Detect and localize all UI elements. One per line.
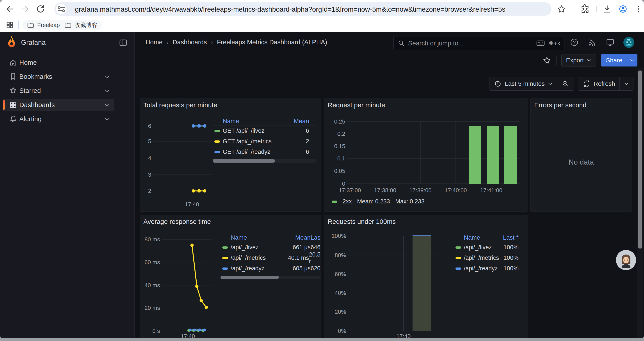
series-name[interactable]: /api/_/livez [230,244,259,251]
grafana-app: Grafana Home Bookmarks Starred Dashboar [0,32,644,338]
series-name[interactable]: /api/_/livez [464,244,492,251]
bookmarks-separator [18,21,19,29]
dock-sidebar-icon[interactable] [118,38,128,48]
profile-avatar-icon [618,4,628,14]
header-icons: ? [570,32,634,53]
floating-assistant-avatar[interactable] [616,250,636,270]
series-name[interactable]: /api/_/readyz [230,265,264,272]
bookmark-page-button[interactable] [557,4,566,14]
series-swatch-icon [456,246,461,249]
downloads-button[interactable] [602,4,612,14]
legend-table: NameMeanGET /api/_/livez6GET /api/_/metr… [212,117,316,163]
share-button[interactable]: Share [601,54,638,67]
brand-row: Grafana [0,32,134,53]
search-input[interactable]: Search or jump to... ⌘+k [394,36,564,50]
breadcrumb-dashboards[interactable]: Dashboards [172,39,207,46]
sidebar-item-dashboards[interactable]: Dashboards [3,99,114,111]
site-settings-chip[interactable] [56,4,67,14]
series-swatch-icon [222,267,228,270]
address-bar[interactable]: grafana.mathmast.com/d/deytv4rwavabkb/fr… [54,3,552,16]
no-data-message: No data [531,158,632,166]
legend-row: GET /api/_/readyz6 [212,147,316,157]
chevron-down-icon[interactable] [104,89,110,93]
favorite-star-icon[interactable] [542,56,552,65]
grafana-main: Home › Dashboards › Freeleaps Metrics Da… [134,32,644,338]
sidebar-item-alerting[interactable]: Alerting [3,113,114,125]
browser-toolbar: grafana.mathmast.com/d/deytv4rwavabkb/fr… [0,0,644,18]
profile-button[interactable] [618,4,628,14]
search-shortcut: ⌘+k [548,40,560,47]
legend-column-header[interactable]: Name [220,234,285,241]
legend-table: NameLast */api/_/livez100%/api/_/metrics… [454,233,520,274]
chevron-down-icon[interactable] [104,103,110,107]
series-name[interactable]: GET /api/_/metrics [223,138,272,145]
legend-column-header[interactable]: Mean [285,234,310,241]
active-indicator [3,100,4,110]
toolbar-divider [596,6,597,12]
news-rss-icon[interactable] [588,38,597,47]
share-label[interactable]: Share [601,54,627,67]
legend-column-header[interactable]: Mean [286,118,316,125]
help-icon[interactable]: ? [570,38,579,47]
zoom-out-button[interactable] [557,77,574,90]
chevron-down-icon [587,59,592,62]
refresh-interval-button[interactable] [620,77,633,90]
sidebar-item-starred[interactable]: Starred [3,85,114,97]
legend-column-header[interactable]: Name [212,118,286,125]
breadcrumb-separator: › [211,39,213,46]
zoom-out-icon [562,80,570,88]
legend-value: 661 µs [285,244,310,251]
extensions-button[interactable] [580,4,590,14]
legend-row: GET /api/_/livez6 [212,126,316,136]
actions-divider [556,56,556,65]
sidebar-item-home[interactable]: Home [3,56,114,69]
search-placeholder: Search or jump to... [408,40,533,47]
series-swatch-icon [214,151,220,153]
breadcrumb-home[interactable]: Home [146,39,162,46]
legend-row: /api/_/readyz605 µs620 [220,263,321,274]
series-name[interactable]: /api/_/metrics [230,254,266,261]
legend-scrollbar[interactable] [220,276,321,279]
reload-icon [36,4,45,14]
refresh-button[interactable]: Refresh [578,77,620,90]
panel-title[interactable]: Errors per second [534,101,586,109]
page-scrollbar[interactable] [637,68,643,338]
legend-scrollbar[interactable] [212,159,316,163]
brand-name[interactable]: Grafana [21,39,46,47]
reload-button[interactable] [36,4,45,14]
user-avatar[interactable] [624,37,634,48]
export-button[interactable]: Export [561,54,596,67]
series-name[interactable]: /api/_/metrics [464,254,499,261]
kiosk-monitor-icon[interactable] [606,38,615,47]
legend-column-header[interactable]: Name [454,234,492,241]
url-text[interactable]: grafana.mathmast.com/d/deytv4rwavabkb/fr… [75,6,505,14]
grafana-header: Home › Dashboards › Freeleaps Metrics Da… [134,32,644,53]
legend-table: NameMeanLas/api/_/livez661 µs646/api/_/m… [220,233,321,279]
star-icon [557,4,566,14]
legend-value: 2 [286,138,316,145]
series-swatch-icon [214,130,220,132]
bookmark-folder-blogs[interactable]: 收藏博客 [60,20,102,30]
series-name[interactable]: GET /api/_/readyz [223,149,270,155]
chevron-down-icon[interactable] [104,117,110,121]
browser-menu-button[interactable] [634,4,643,14]
bookmark-icon [9,73,17,81]
page-scrollbar-thumb[interactable] [638,71,642,249]
legend-column-header[interactable]: Las [310,234,321,241]
assistant-avatar-image [616,250,636,270]
apps-button[interactable] [5,20,15,30]
chevron-down-icon [630,59,635,62]
series-name[interactable]: GET /api/_/livez [223,128,264,134]
dashboards-grid-icon [9,101,17,109]
series-name[interactable]: /api/_/readyz [464,265,498,272]
share-menu-button[interactable] [627,54,638,67]
sidebar-item-bookmarks[interactable]: Bookmarks [3,71,114,83]
forward-button[interactable] [20,4,30,14]
back-button[interactable] [5,4,15,14]
legend-value: 100% [499,254,520,261]
chevron-down-icon[interactable] [104,75,110,79]
time-range-picker[interactable]: Last 5 minutes [490,77,557,90]
legend-column-header[interactable]: Last * [492,234,520,241]
legend-row: /api/_/metrics40.1 ms20.5 r [220,253,321,263]
star-icon [9,87,17,95]
